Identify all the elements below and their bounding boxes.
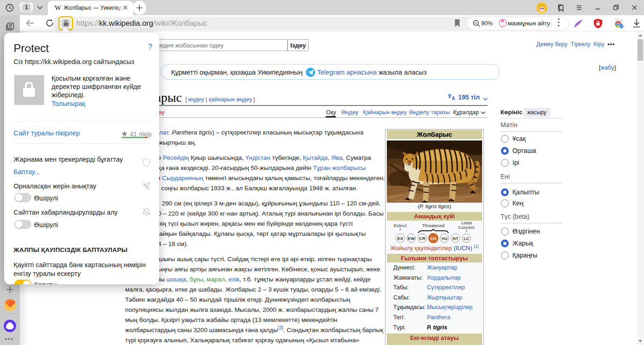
svg-text:NT: NT [453,236,459,241]
svg-text:Extinct: Extinct [394,223,407,228]
svg-text:A: A [452,96,455,101]
svg-text:LC: LC [464,236,470,241]
svg-text:EN: EN [430,236,436,241]
svg-text:Threatened: Threatened [422,223,445,228]
svg-text:Concern: Concern [458,225,475,230]
svg-text:EX: EX [397,236,403,241]
svg-text:VU: VU [441,236,447,241]
svg-text:CR: CR [419,236,426,241]
svg-text:EW: EW [408,236,414,241]
